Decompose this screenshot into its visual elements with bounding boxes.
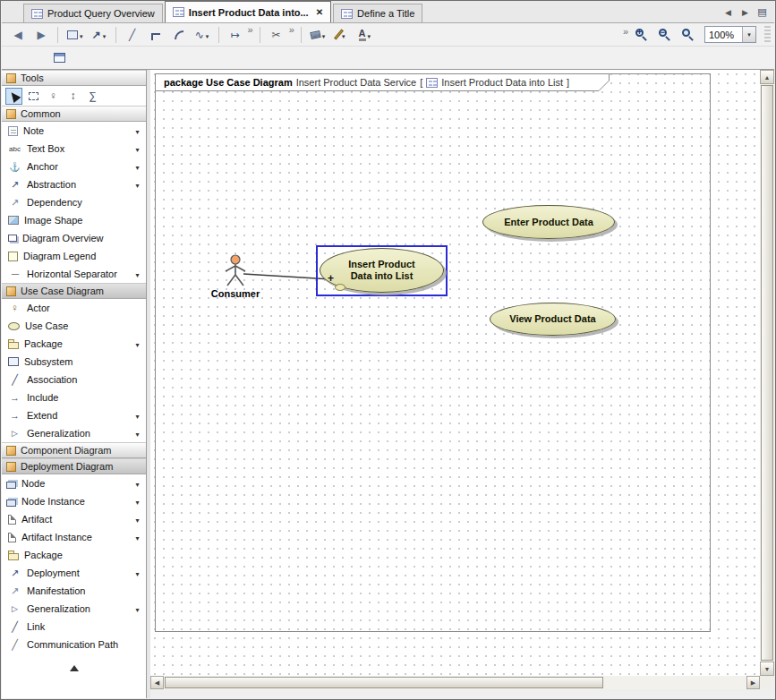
toolbar-drag-handle[interactable] bbox=[764, 26, 771, 44]
scroll-left-button[interactable]: ◀ bbox=[150, 676, 164, 689]
palette-header-deployment-diagram[interactable]: Deployment Diagram bbox=[2, 458, 146, 474]
palette-item-include[interactable]: Include bbox=[2, 388, 146, 406]
vertical-scrollbar-thumb[interactable] bbox=[761, 85, 773, 661]
smart-manipulator-ellipse-icon[interactable] bbox=[335, 284, 345, 291]
palette-item-communication-path[interactable]: Communication Path bbox=[2, 636, 146, 653]
tab-insert-product-data[interactable]: Insert Product Data into... ✕ bbox=[165, 1, 331, 22]
dropdown-arrow-icon[interactable] bbox=[132, 269, 142, 279]
zoom-in-button[interactable]: + bbox=[631, 25, 652, 45]
palette-item-artifact[interactable]: Artifact bbox=[2, 510, 146, 528]
palette-header-tools[interactable]: Tools bbox=[2, 70, 146, 86]
dropdown-arrow-icon[interactable] bbox=[132, 514, 142, 525]
curved-path-button[interactable] bbox=[168, 25, 190, 45]
dropdown-arrow-icon[interactable] bbox=[132, 603, 142, 614]
palette-item-dependency[interactable]: Dependency bbox=[2, 193, 146, 211]
palette-item-link[interactable]: Link bbox=[2, 618, 146, 636]
select-tool-button[interactable] bbox=[5, 88, 22, 105]
fill-color-button[interactable] bbox=[307, 25, 329, 45]
palette-item-subsystem[interactable]: Subsystem bbox=[2, 353, 146, 371]
palette-item-actor[interactable]: Actor bbox=[2, 299, 146, 317]
dropdown-arrow-icon[interactable] bbox=[132, 410, 142, 421]
palette-scroll-up-button[interactable] bbox=[2, 662, 146, 673]
close-icon[interactable]: ✕ bbox=[316, 8, 323, 17]
horizontal-scrollbar[interactable]: ◀ ▶ bbox=[150, 676, 760, 689]
toolbar-overflow-icon[interactable]: » bbox=[623, 25, 629, 37]
palette-item-deployment[interactable]: Deployment bbox=[2, 564, 146, 582]
dropdown-arrow-icon[interactable] bbox=[132, 125, 142, 136]
zoom-fit-button[interactable] bbox=[678, 25, 699, 45]
palette-header-use-case-diagram[interactable]: Use Case Diagram bbox=[2, 283, 146, 299]
diagram-window-button[interactable] bbox=[48, 47, 70, 67]
palette-header-common[interactable]: Common bbox=[2, 106, 146, 122]
stick-figure-tool-button[interactable] bbox=[45, 88, 62, 105]
vertical-scrollbar[interactable]: ▲ ▼ bbox=[760, 70, 774, 676]
dropdown-arrow-icon[interactable] bbox=[132, 532, 142, 542]
scroll-right-button[interactable]: ▶ bbox=[746, 676, 760, 689]
tab-list-button[interactable] bbox=[755, 5, 769, 19]
palette-item-node[interactable]: Node bbox=[2, 474, 146, 492]
summary-tool-button[interactable] bbox=[84, 88, 101, 105]
font-color-button[interactable] bbox=[354, 25, 375, 45]
history-forward-button[interactable] bbox=[30, 25, 52, 45]
rectilinear-path-button[interactable] bbox=[145, 25, 166, 45]
palette-item-association[interactable]: Association bbox=[2, 371, 146, 388]
tab-scroll-left-button[interactable]: ◀ bbox=[721, 5, 735, 19]
actor-consumer[interactable] bbox=[224, 253, 247, 287]
chevron-down-icon[interactable]: ▾ bbox=[742, 27, 755, 42]
palette-item-text-box[interactable]: Text Box bbox=[2, 140, 146, 158]
palette-item-diagram-legend[interactable]: Diagram Legend bbox=[2, 247, 146, 265]
distribute-vertically-tool-button[interactable] bbox=[64, 88, 81, 105]
sigma-icon bbox=[89, 90, 97, 102]
palette-item-image-shape[interactable]: Image Shape bbox=[2, 211, 146, 229]
use-case-enter-product-data[interactable]: Enter Product Data bbox=[482, 205, 615, 239]
palette-item-horizontal-separator[interactable]: Horizontal Separator bbox=[2, 265, 146, 283]
tab-define-a-title[interactable]: Define a Title bbox=[333, 4, 422, 22]
create-relation-button[interactable] bbox=[89, 25, 110, 45]
palette-item-generalization-usecase[interactable]: Generalization bbox=[2, 424, 146, 442]
palette-item-extend[interactable]: Extend bbox=[2, 406, 146, 424]
smart-manipulator-plus-icon[interactable]: + bbox=[328, 274, 334, 283]
history-back-button[interactable] bbox=[7, 25, 29, 45]
dropdown-arrow-icon[interactable] bbox=[132, 496, 142, 507]
palette-item-note[interactable]: Note bbox=[2, 122, 146, 140]
dropdown-arrow-icon[interactable] bbox=[132, 568, 142, 578]
horizontal-scrollbar-thumb[interactable] bbox=[165, 677, 603, 688]
zoom-out-button[interactable]: − bbox=[654, 25, 676, 45]
palette-item-diagram-overview[interactable]: Diagram Overview bbox=[2, 229, 146, 247]
path-direction-button[interactable] bbox=[225, 25, 246, 45]
line-color-button[interactable] bbox=[330, 25, 352, 45]
palette-item-package[interactable]: Package bbox=[2, 335, 146, 353]
spline-path-button[interactable] bbox=[192, 25, 213, 45]
lasso-select-tool-button[interactable] bbox=[25, 88, 42, 105]
tab-product-query-overview[interactable]: Product Query Overview bbox=[23, 4, 163, 22]
dropdown-arrow-icon[interactable] bbox=[132, 161, 142, 172]
toolbar-overflow-icon[interactable]: » bbox=[289, 23, 295, 35]
palette-item-node-instance[interactable]: Node Instance bbox=[2, 492, 146, 510]
dropdown-arrow-icon[interactable] bbox=[132, 179, 142, 190]
vertical-arrows-icon bbox=[71, 90, 76, 102]
zoom-fit-icon bbox=[682, 29, 695, 41]
palette-item-abstraction[interactable]: Abstraction bbox=[2, 175, 146, 193]
toolbar-overflow-icon[interactable]: » bbox=[248, 23, 254, 35]
scroll-up-button[interactable]: ▲ bbox=[760, 70, 774, 84]
palette-item-manifestation[interactable]: Manifestation bbox=[2, 582, 146, 600]
zoom-level-select[interactable]: 100% ▾ bbox=[704, 26, 756, 43]
remove-breakpoints-button[interactable] bbox=[266, 25, 287, 45]
dropdown-arrow-icon[interactable] bbox=[132, 428, 142, 439]
palette-item-generalization-deployment[interactable]: Generalization bbox=[2, 600, 146, 618]
palette-item-use-case[interactable]: Use Case bbox=[2, 317, 146, 335]
diagram-canvas[interactable]: package Use Case Diagram Insert Product … bbox=[150, 70, 760, 676]
create-element-button[interactable] bbox=[64, 25, 87, 45]
oblique-path-button[interactable] bbox=[122, 25, 143, 45]
anchor-icon bbox=[8, 160, 21, 174]
tab-scroll-right-button[interactable]: ▶ bbox=[738, 5, 752, 19]
palette-item-package-deployment[interactable]: Package bbox=[2, 546, 146, 564]
palette-header-component-diagram[interactable]: Component Diagram bbox=[2, 442, 146, 458]
dropdown-arrow-icon[interactable] bbox=[132, 143, 142, 154]
dropdown-arrow-icon[interactable] bbox=[132, 338, 142, 349]
use-case-view-product-data[interactable]: View Product Data bbox=[490, 303, 616, 336]
palette-item-anchor[interactable]: Anchor bbox=[2, 158, 146, 175]
scroll-down-button[interactable]: ▼ bbox=[760, 662, 774, 676]
dropdown-arrow-icon[interactable] bbox=[132, 478, 142, 489]
palette-item-artifact-instance[interactable]: Artifact Instance bbox=[2, 528, 146, 546]
